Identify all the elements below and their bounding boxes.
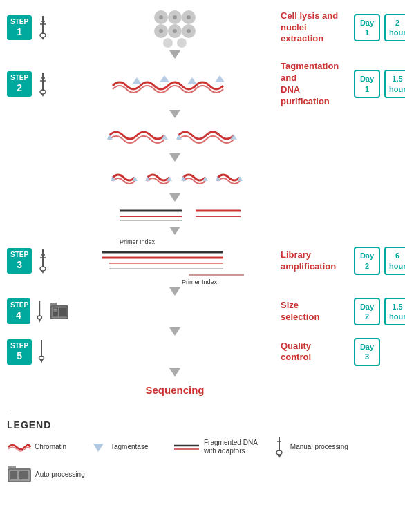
step-5-num: 5: [10, 350, 28, 362]
svg-rect-81: [19, 471, 28, 479]
step-1-left: STEP 1: [7, 15, 69, 41]
step-2-num: 2: [10, 82, 28, 94]
legend-auto-processing: Auto processing: [7, 465, 85, 484]
svg-point-58: [37, 316, 41, 319]
svg-point-68: [39, 357, 44, 360]
workflow-container: STEP 1: [0, 0, 405, 491]
inter-row-1: [7, 120, 398, 151]
seq-center: Sequencing: [69, 379, 281, 401]
svg-marker-70: [93, 444, 104, 452]
step-3-hours: 6hours: [384, 247, 405, 275]
step-2-hours: 1.5hours: [384, 70, 405, 98]
tagmentase-legend-label: Tagmentase: [111, 443, 148, 451]
svg-rect-82: [8, 466, 16, 468]
step-5-description: Qualitycontrol: [281, 341, 350, 364]
step-5-center: [69, 338, 281, 365]
arrow-6: [7, 287, 398, 296]
step-4-description: Sizeselection: [281, 300, 350, 323]
svg-marker-25: [160, 75, 169, 82]
arrow-down-icon: [169, 50, 180, 59]
svg-marker-4: [41, 37, 44, 40]
step-4-center: [69, 298, 281, 325]
arrow-3: [7, 153, 398, 162]
legend-chromatin: Chromatin: [7, 441, 76, 453]
step-3-left: STEP 3: [7, 248, 69, 274]
fragmented-dna-legend-label: Fragmented DNAwith adaptors: [204, 439, 258, 455]
step-2-left: STEP 2: [7, 71, 69, 97]
svg-point-11: [163, 38, 173, 48]
step-label: STEP: [10, 18, 28, 26]
svg-point-13: [159, 15, 163, 19]
pipette-icon: [35, 15, 50, 41]
step-3-day: Day2: [354, 247, 380, 275]
step-4-badge: STEP 4: [7, 298, 30, 324]
arrow-down-icon-3: [169, 153, 180, 162]
arrow-1: [7, 50, 398, 59]
step-3-badge: STEP 3: [7, 248, 32, 274]
arrow-8: [7, 368, 398, 377]
legend-items: Chromatin Tagmentase Fragmented DNAwith …: [7, 436, 398, 484]
step-1-day: Day1: [354, 14, 380, 42]
step-1-num: 1: [10, 26, 28, 38]
svg-rect-80: [10, 471, 17, 479]
pcr-illustration: Primer Index Primer Index: [99, 237, 251, 285]
step-1-row: STEP 1: [7, 7, 398, 48]
step-3-num: 3: [10, 259, 28, 271]
step-4-row: STEP 4: [7, 298, 398, 326]
legend-section: LEGEND Chromatin Tagmentase: [7, 412, 398, 484]
step-1-badge: STEP 1: [7, 15, 32, 41]
arrow-2: [7, 110, 398, 118]
step-label-4: STEP: [10, 301, 27, 310]
step-1-description: Cell lysis andnuclei extraction: [281, 10, 350, 46]
step-3-row: STEP 3 Primer Index: [7, 237, 398, 285]
legend-title: LEGEND: [7, 419, 398, 430]
step-4-left: STEP 4: [7, 298, 69, 325]
svg-point-18: [187, 29, 191, 33]
tagmentation-illustration: [106, 65, 244, 103]
svg-marker-26: [187, 77, 197, 84]
cells-illustration: [147, 7, 202, 48]
svg-marker-24: [132, 77, 142, 84]
step-2-description: Tagmentation andDNA purification: [281, 61, 350, 108]
step-5-day: Day3: [354, 338, 380, 366]
arrow-down-icon-4: [169, 193, 180, 202]
auto-processing-legend-label: Auto processing: [35, 471, 85, 479]
step-label-5: STEP: [10, 342, 28, 350]
step-1-center: [69, 7, 281, 48]
gel-instrument-icon: [49, 301, 69, 323]
step-1-hours: 2hours: [384, 14, 405, 42]
sequencing-label: Sequencing: [69, 384, 281, 396]
step-4-day: Day2: [354, 298, 380, 326]
arrow-down-icon-8: [169, 368, 180, 377]
step-5-right: Qualitycontrol Day3: [281, 338, 398, 366]
step-3-center: Primer Index Primer Index: [69, 237, 281, 285]
inter-row-3: [7, 204, 398, 225]
inter-row-2: [7, 164, 398, 191]
svg-point-12: [177, 38, 187, 48]
step-5-row: STEP 5 Qualitycontrol Day3: [7, 338, 398, 366]
svg-marker-77: [277, 455, 281, 458]
svg-rect-63: [59, 307, 66, 316]
fragmented-dna-legend-icon: [173, 441, 200, 453]
inter-center-3: [69, 204, 281, 225]
svg-point-14: [173, 15, 177, 19]
svg-point-17: [173, 29, 177, 33]
short-fragments-illustration: [106, 164, 244, 191]
step-2-right: Tagmentation andDNA purification Day1 1.…: [281, 61, 398, 108]
svg-text:Primer Index: Primer Index: [182, 278, 218, 285]
sequencing-row: Sequencing: [7, 379, 398, 401]
arrow-down-icon-5: [169, 227, 180, 235]
legend-manual-processing: Manual processing: [272, 436, 348, 458]
inter-center-1: [69, 120, 281, 151]
tagmentase-legend-icon: [90, 441, 107, 453]
svg-marker-27: [215, 75, 225, 82]
svg-point-16: [159, 29, 163, 33]
svg-rect-66: [50, 303, 56, 305]
arrow-down-icon-6: [169, 287, 180, 296]
svg-point-15: [187, 15, 191, 19]
chromatin-legend-label: Chromatin: [35, 443, 66, 451]
step-1-right: Cell lysis andnuclei extraction Day1 2ho…: [281, 10, 398, 46]
chromatin-legend-icon: [7, 441, 31, 453]
step-4-num: 4: [10, 310, 27, 321]
step-2-center: [69, 65, 281, 103]
